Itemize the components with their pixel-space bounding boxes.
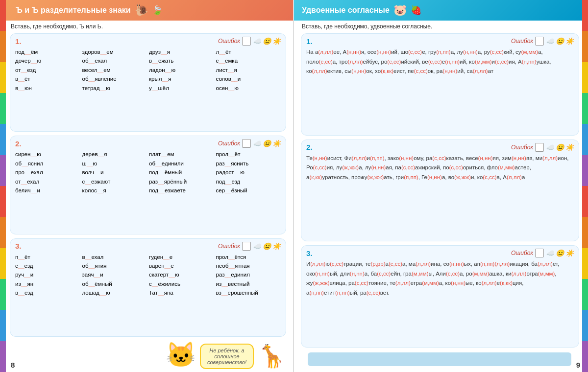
cat-illustration: 🐱: [166, 341, 196, 369]
ex3-oshibok: Ошибок ☁️ 😐 ☀️: [218, 242, 281, 251]
left-footer: 8 🐱 Не ребёнок, а сплошное совершенство!…: [0, 339, 293, 372]
ex2-col4: прол__ёт раз__яснить радост__ю под__езд …: [216, 150, 281, 195]
ex1-content: под__ём дочер__ю от__езд в__ёт в__юн здо…: [15, 47, 281, 93]
cloud-icon: ☁️: [253, 37, 261, 45]
giraffe-illustration: 🦒: [258, 343, 285, 369]
right-exercise-1: 1. Ошибок ☁️ 😐 ☀️ На а(л,лл)ее, А(н,нн)я…: [301, 33, 579, 136]
neutral3-icon: 😐: [263, 242, 271, 250]
leaf-icon: 🍃: [152, 5, 163, 16]
neutral-icon: 😐: [263, 37, 271, 45]
r-ex3-text: И(л,лл)ю(с,сс)трации, те(р,рр)а(с,сс)а, …: [306, 259, 574, 298]
ex3-col3: гуден__е варен__е скатерт__ю с__ёжились …: [149, 253, 214, 298]
ex2-col1: сирен__ю об__яснил про__ехал от__ехал бе…: [15, 150, 80, 195]
ex3-header: 3. Ошибок ☁️ 😐 ☀️: [15, 242, 281, 251]
left-instruction: Вставь, где необходимо, Ъ или Ь.: [0, 21, 293, 31]
r-ex3-mood: ☁️ 😐 ☀️: [546, 249, 574, 257]
r-ex2-oshibok: Ошибок ☁️ 😐 ☀️: [511, 143, 574, 152]
ex1-oshibok: Ошибок ☁️ 😐 ☀️: [218, 37, 281, 46]
left-page-number: 8: [11, 361, 15, 369]
r-neutral1-icon: 😐: [556, 37, 564, 45]
r-ex1-checkbox[interactable]: [535, 37, 544, 46]
right-bottom-bar: [308, 352, 571, 366]
r-ex2-checkbox[interactable]: [535, 143, 544, 152]
left-stripe: [0, 0, 6, 372]
page-container: Ъ и Ъ разделительные знаки 🐌 🍃 Вставь, г…: [0, 0, 588, 372]
left-page: Ъ и Ъ разделительные знаки 🐌 🍃 Вставь, г…: [0, 0, 294, 372]
r-ex3-checkbox[interactable]: [535, 249, 544, 257]
cloud3-icon: ☁️: [253, 242, 261, 250]
r-ex1-oshibok: Ошибок ☁️ 😐 ☀️: [511, 37, 574, 46]
ex2-mood: ☁️ 😐 ☀️: [253, 140, 281, 147]
r-cloud3-icon: ☁️: [546, 249, 554, 257]
ex3-col4: прол__ётся необ__ятная раз__единил из__в…: [216, 253, 281, 298]
ex2-content: сирен__ю об__яснил про__ехал от__ехал бе…: [15, 150, 281, 195]
ex1-col2: здоров__ем об__ехал весел__ем об__явлени…: [82, 47, 147, 93]
ex3-number: 3.: [15, 242, 22, 250]
ex2-checkbox[interactable]: [242, 139, 251, 148]
left-exercise-3: 3. Ошибок ☁️ 😐 ☀️ п__ёт с__езд: [10, 238, 286, 337]
ex1-col4: л__ёт с__ёмка лист__я солов__и осен__ю: [216, 47, 281, 93]
r-neutral2-icon: 😐: [556, 143, 564, 151]
ex2-col2: дерев__я ш__ю волч__и с__езжают колос__я: [82, 150, 147, 195]
ex1-col1: под__ём дочер__ю от__езд в__ёт в__юн: [15, 47, 80, 93]
right-exercise-3: 3. Ошибок ☁️ 😐 ☀️ И(л,лл)ю(с,сс)трации, …: [301, 245, 579, 348]
left-exercises-area: 1. Ошибок ☁️ 😐 ☀️ под__ём дочер: [0, 31, 293, 339]
ex2-number: 2.: [15, 140, 22, 148]
r-sun2-icon: ☀️: [565, 143, 574, 151]
right-footer: 9: [294, 349, 588, 372]
sun3-icon: ☀️: [272, 242, 281, 250]
right-exercises-area: 1. Ошибок ☁️ 😐 ☀️ На а(л,лл)ее, А(н,нн)я…: [294, 31, 588, 349]
left-title: Ъ и Ъ разделительные знаки: [16, 6, 131, 15]
ex1-col3: друз__я в__ежать ладон__ю крыл__я у__шёл: [149, 47, 214, 93]
right-page: Удвоенные согласные 🐷 🍓 Вставь, где необ…: [294, 0, 588, 372]
ex2-col3: плат__ем об__единили под__ёмный раз__ярё…: [149, 150, 214, 195]
left-header: Ъ и Ъ разделительные знаки 🐌 🍃: [0, 0, 293, 21]
r-neutral3-icon: 😐: [556, 249, 564, 257]
r-ex1-header: 1. Ошибок ☁️ 😐 ☀️: [306, 37, 574, 46]
r-sun1-icon: ☀️: [565, 37, 574, 45]
right-exercise-2: 2. Ошибок ☁️ 😐 ☀️ Те(н,нн)исист, Фи(л,лл…: [301, 140, 579, 242]
right-instruction: Вставь, где необходимо, удвоенные соглас…: [294, 21, 588, 31]
r-sun3-icon: ☀️: [565, 249, 574, 257]
right-header: Удвоенные согласные 🐷 🍓: [294, 0, 588, 21]
ex2-header: 2. Ошибок ☁️ 😐 ☀️: [15, 139, 281, 148]
ex3-col2: в__ехал об__ятия заяч__и об__ёмный лошад…: [82, 253, 147, 298]
r-ex1-number: 1.: [306, 37, 313, 46]
r-ex1-mood: ☁️ 😐 ☀️: [546, 37, 574, 45]
snail-icon: 🐌: [135, 4, 148, 17]
ex3-mood: ☁️ 😐 ☀️: [253, 242, 281, 250]
right-page-number: 9: [576, 361, 580, 369]
ex3-col1: п__ёт с__езд руч__и из__ян в__езд: [15, 253, 80, 298]
r-ex2-text: Те(н,нн)исист, Фи(л,лл)и(п,пп), зако(н,н…: [306, 154, 574, 183]
r-ex3-header: 3. Ошибок ☁️ 😐 ☀️: [306, 249, 574, 257]
right-title: Удвоенные согласные: [302, 6, 390, 15]
ex2-oshibok: Ошибок ☁️ 😐 ☀️: [218, 139, 281, 148]
right-stripe: [582, 0, 588, 372]
r-ex2-number: 2.: [306, 143, 313, 151]
neutral2-icon: 😐: [263, 140, 271, 147]
ex3-content: п__ёт с__езд руч__и из__ян в__езд в__еха…: [15, 253, 281, 298]
sun-icon: ☀️: [272, 37, 281, 45]
strawberry-icon: 🍓: [411, 5, 421, 16]
pig-icon: 🐷: [393, 4, 407, 17]
speech-bubble: Не ребёнок, а сплошное совершенство!: [200, 344, 254, 369]
left-exercise-1: 1. Ошибок ☁️ 😐 ☀️ под__ём дочер: [10, 33, 286, 132]
r-ex3-number: 3.: [306, 249, 313, 257]
cloud2-icon: ☁️: [253, 140, 261, 147]
r-ex1-text: На а(л,лл)ее, А(н,нн)я, осе(н,нн)ий, шо(…: [306, 47, 574, 76]
sun2-icon: ☀️: [272, 140, 281, 147]
r-ex2-header: 2. Ошибок ☁️ 😐 ☀️: [306, 143, 574, 152]
r-cloud1-icon: ☁️: [546, 37, 554, 45]
ex1-number: 1.: [15, 37, 22, 46]
ex3-checkbox[interactable]: [242, 242, 251, 251]
r-ex3-oshibok: Ошибок ☁️ 😐 ☀️: [511, 249, 574, 257]
r-ex2-mood: ☁️ 😐 ☀️: [546, 143, 574, 151]
ex1-mood: ☁️ 😐 ☀️: [253, 37, 281, 45]
r-cloud2-icon: ☁️: [546, 143, 554, 151]
left-exercise-2: 2. Ошибок ☁️ 😐 ☀️ сирен__ю об__: [10, 136, 286, 234]
ex1-checkbox[interactable]: [242, 37, 251, 46]
ex1-header: 1. Ошибок ☁️ 😐 ☀️: [15, 37, 281, 46]
